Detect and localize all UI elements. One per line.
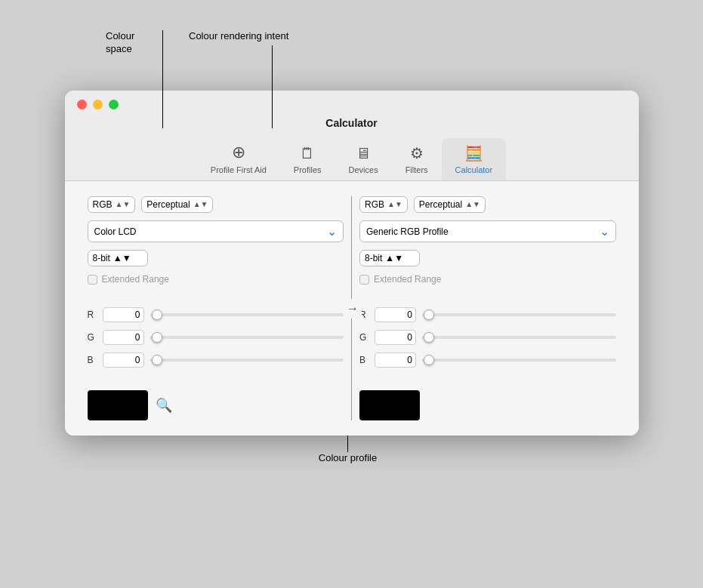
right-bit-depth-chevrons: ▲▼ bbox=[385, 253, 403, 263]
left-r-label: R bbox=[88, 309, 97, 320]
maximize-button[interactable] bbox=[109, 100, 119, 109]
left-top-controls: RGB ▲▼ Perceptual ▲▼ bbox=[88, 196, 344, 213]
titlebar: Calculator ⊕ Profile First Aid 🗒 Profile… bbox=[65, 91, 639, 181]
close-button[interactable] bbox=[77, 100, 87, 109]
tab-devices[interactable]: 🖥 Devices bbox=[335, 139, 392, 180]
left-g-input[interactable] bbox=[103, 330, 144, 345]
left-g-label: G bbox=[88, 332, 97, 343]
right-extended-range-label: Extended Range bbox=[374, 274, 441, 285]
content-area: RGB ▲▼ Perceptual ▲▼ Color LCD ⌄ bbox=[65, 181, 639, 436]
tab-filters-label: Filters bbox=[405, 165, 428, 174]
right-rendering-chevrons: ▲▼ bbox=[465, 201, 480, 208]
right-top-controls: RGB ▲▼ Perceptual ▲▼ bbox=[359, 196, 616, 213]
right-color-swatch bbox=[359, 390, 420, 420]
left-color-swatch bbox=[88, 390, 148, 420]
convert-arrow: → bbox=[344, 299, 362, 319]
magnifier-icon[interactable]: 🔍 bbox=[156, 397, 172, 414]
colour-profile-annotation-container: Colour profile bbox=[15, 436, 688, 463]
left-profile-select[interactable]: Color LCD ⌄ bbox=[88, 220, 344, 242]
left-b-row: B bbox=[88, 352, 344, 368]
left-rendering-chevrons: ▲▼ bbox=[193, 201, 208, 208]
right-extended-range-row: Extended Range bbox=[359, 274, 616, 285]
left-profile-chevron: ⌄ bbox=[327, 224, 337, 239]
right-colour-space-select[interactable]: RGB ▲▼ bbox=[359, 196, 408, 213]
calculator-icon: 🧮 bbox=[464, 144, 483, 162]
tab-profile-first-aid[interactable]: ⊕ Profile First Aid bbox=[197, 137, 280, 180]
right-extended-range-checkbox[interactable] bbox=[359, 275, 369, 285]
right-g-input[interactable] bbox=[375, 330, 416, 345]
colour-rendering-annotation: Colour rendering intent bbox=[189, 30, 288, 42]
tab-devices-label: Devices bbox=[349, 165, 378, 174]
right-b-input[interactable] bbox=[375, 352, 416, 368]
tab-profiles-label: Profiles bbox=[294, 165, 322, 174]
left-r-input[interactable] bbox=[103, 307, 144, 322]
left-g-row: G bbox=[88, 330, 344, 345]
window-title: Calculator bbox=[325, 117, 377, 129]
left-bit-depth-select[interactable]: 8-bit ▲▼ bbox=[88, 250, 148, 266]
right-bit-depth-row: 8-bit ▲▼ bbox=[359, 250, 616, 266]
colour-space-annotation: Colour space bbox=[106, 30, 134, 56]
left-colour-space-chevrons: ▲▼ bbox=[116, 201, 131, 208]
right-profile-select[interactable]: Generic RGB Profile ⌄ bbox=[359, 220, 616, 242]
right-g-label: G bbox=[359, 332, 368, 343]
left-bottom-row: 🔍 bbox=[88, 390, 344, 420]
right-r-row: R bbox=[359, 307, 616, 322]
tab-calculator-label: Calculator bbox=[455, 165, 493, 174]
right-b-slider[interactable] bbox=[422, 359, 616, 362]
right-rendering-intent-select[interactable]: Perceptual ▲▼ bbox=[414, 196, 486, 213]
panels: RGB ▲▼ Perceptual ▲▼ Color LCD ⌄ bbox=[80, 196, 624, 420]
left-bit-depth-chevrons: ▲▼ bbox=[113, 253, 131, 263]
tab-calculator[interactable]: 🧮 Calculator bbox=[442, 138, 507, 180]
right-r-input[interactable] bbox=[375, 307, 416, 322]
left-extended-range-checkbox[interactable] bbox=[88, 275, 97, 285]
right-b-row: B bbox=[359, 352, 616, 368]
profile-first-aid-icon: ⊕ bbox=[232, 143, 245, 162]
filters-icon: ⚙ bbox=[410, 144, 424, 162]
main-window: Calculator ⊕ Profile First Aid 🗒 Profile… bbox=[65, 91, 639, 436]
right-g-row: G bbox=[359, 330, 616, 345]
left-b-slider[interactable] bbox=[150, 359, 344, 362]
panel-divider-area: → bbox=[351, 196, 352, 420]
left-g-slider[interactable] bbox=[150, 336, 344, 339]
colour-space-line bbox=[162, 30, 163, 128]
left-extended-range-label: Extended Range bbox=[102, 274, 169, 285]
annotation-wrapper: Colour space Colour rendering intent Cal… bbox=[15, 30, 688, 463]
right-r-slider[interactable] bbox=[422, 313, 616, 316]
left-extended-range-row: Extended Range bbox=[88, 274, 344, 285]
right-bit-depth-select[interactable]: 8-bit ▲▼ bbox=[359, 250, 420, 266]
left-rendering-intent-select[interactable]: Perceptual ▲▼ bbox=[141, 196, 213, 213]
left-r-row: R bbox=[88, 307, 344, 322]
left-b-label: B bbox=[88, 355, 97, 365]
tab-profile-first-aid-label: Profile First Aid bbox=[211, 165, 267, 174]
left-colour-space-select[interactable]: RGB ▲▼ bbox=[88, 196, 136, 213]
devices-icon: 🖥 bbox=[356, 145, 371, 162]
colour-profile-line bbox=[347, 436, 348, 452]
right-colour-space-chevrons: ▲▼ bbox=[387, 201, 402, 208]
minimize-button[interactable] bbox=[93, 100, 103, 109]
left-bit-depth-row: 8-bit ▲▼ bbox=[88, 250, 344, 266]
colour-profile-label: Colour profile bbox=[319, 452, 377, 463]
tab-bar: ⊕ Profile First Aid 🗒 Profiles 🖥 Devices… bbox=[197, 137, 506, 180]
profiles-icon: 🗒 bbox=[300, 145, 315, 162]
right-bottom-row bbox=[359, 390, 616, 420]
left-panel: RGB ▲▼ Perceptual ▲▼ Color LCD ⌄ bbox=[80, 196, 352, 420]
tab-profiles[interactable]: 🗒 Profiles bbox=[280, 139, 335, 180]
window-controls bbox=[77, 100, 119, 109]
left-r-slider[interactable] bbox=[150, 313, 344, 316]
right-g-slider[interactable] bbox=[422, 336, 616, 339]
right-profile-chevron: ⌄ bbox=[600, 224, 609, 239]
tab-filters[interactable]: ⚙ Filters bbox=[392, 138, 442, 180]
left-b-input[interactable] bbox=[103, 352, 144, 368]
right-panel: RGB ▲▼ Perceptual ▲▼ Generic RGB Profile… bbox=[352, 196, 624, 420]
right-b-label: B bbox=[359, 355, 368, 365]
colour-rendering-line bbox=[272, 45, 273, 128]
